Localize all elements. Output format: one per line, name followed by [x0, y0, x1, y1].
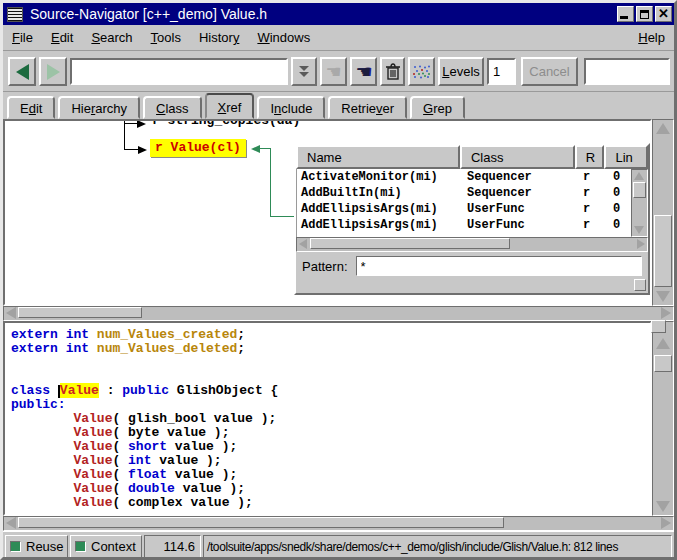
graph-vscrollbar[interactable]	[652, 119, 674, 306]
scroll-down-icon[interactable]	[634, 226, 644, 234]
xref-table-hscrollbar[interactable]	[296, 237, 648, 252]
symbol-dropdown-button[interactable]	[291, 57, 317, 86]
reuse-label: Reuse	[26, 539, 64, 554]
minimize-button[interactable]	[617, 6, 634, 22]
menu-search[interactable]: Search	[82, 27, 141, 48]
xref-graph-pane[interactable]: r string_copies(da) r Value(cl) NameClas…	[3, 119, 652, 306]
symbol-combo-field[interactable]	[70, 58, 288, 85]
levels-button-label: Levels	[442, 64, 480, 79]
pane-sash-handle[interactable]	[651, 320, 666, 333]
graph-edge-line	[124, 149, 138, 150]
xref-table-row[interactable]: AddEllipsisArgs(mi)UserFuncr0	[297, 217, 648, 233]
levels-button[interactable]: Levels	[438, 57, 484, 86]
scroll-right-icon[interactable]	[661, 517, 671, 529]
xref-cell: r	[579, 169, 609, 185]
tab-retriever[interactable]: Retriever	[328, 96, 407, 119]
code-line	[11, 356, 650, 370]
xref-table-row[interactable]: AddEllipsisArgs(mi)UserFuncr0	[297, 201, 648, 217]
code-line: class Value : public GlishObject {	[11, 384, 650, 398]
goto-symbol-disabled-button[interactable]: ☚	[320, 57, 347, 86]
tab-edit[interactable]: Edit	[7, 96, 55, 119]
tab-xref[interactable]: Xref	[205, 93, 255, 119]
scrollbar-thumb[interactable]	[633, 182, 646, 198]
column-header-class[interactable]: Class	[460, 145, 575, 169]
scroll-up-icon[interactable]	[634, 172, 644, 180]
tab-include[interactable]: Include	[257, 96, 325, 119]
graph-hscrollbar[interactable]	[3, 306, 674, 321]
delete-button[interactable]	[380, 57, 405, 86]
column-header-lin[interactable]: Lin	[604, 145, 648, 169]
pattern-field[interactable]	[356, 256, 642, 276]
pattern-input[interactable]	[357, 257, 641, 275]
menu-windows[interactable]: Windows	[248, 27, 319, 48]
maximize-button[interactable]	[636, 6, 653, 22]
context-checkbox-indicator[interactable]	[75, 541, 86, 552]
column-header-name[interactable]: Name	[296, 145, 460, 169]
menu-edit[interactable]: Edit	[42, 27, 82, 48]
levels-input[interactable]	[489, 60, 514, 83]
scrollbar-thumb[interactable]	[18, 517, 504, 528]
tab-hierarchy[interactable]: Hierarchy	[58, 96, 140, 119]
context-checkbox[interactable]: Context	[70, 535, 142, 558]
editor-vscrollbar[interactable]	[652, 321, 674, 516]
history-forward-button[interactable]	[39, 57, 67, 86]
scroll-left-icon[interactable]	[6, 307, 16, 319]
xref-cell: Sequencer	[463, 169, 579, 185]
titlebar[interactable]: Source-Navigator [c++_demo] Value.h ✕	[3, 3, 674, 25]
scrollbar-thumb[interactable]	[18, 307, 142, 318]
graph-arrowhead-icon	[138, 146, 147, 154]
levels-field[interactable]	[487, 58, 516, 85]
xref-table-vscrollbar[interactable]	[631, 169, 648, 237]
scroll-right-icon[interactable]	[637, 239, 645, 249]
history-back-button[interactable]	[8, 57, 36, 86]
goto-symbol-button[interactable]: ☚	[350, 57, 377, 86]
xref-cell: r	[579, 217, 609, 233]
xref-table-rows: ActivateMonitor(mi)Sequencerr0AddBuiltIn…	[296, 169, 648, 237]
xref-table-row[interactable]: ActivateMonitor(mi)Sequencerr0	[297, 169, 648, 185]
dotted-pattern-icon	[413, 65, 431, 79]
cancel-button[interactable]: Cancel	[521, 57, 578, 86]
column-header-r[interactable]: R	[575, 145, 605, 169]
xref-list-panel: NameClassRLin ActivateMonitor(mi)Sequenc…	[294, 143, 650, 295]
scroll-down-icon[interactable]	[656, 291, 670, 302]
code-line: Value( glish_bool value );	[11, 412, 650, 426]
symbol-combo-input[interactable]	[72, 60, 286, 83]
system-menu-icon[interactable]	[7, 7, 23, 22]
menu-history[interactable]: History	[190, 27, 248, 48]
code-line: public:	[11, 398, 650, 412]
xref-cell: r	[579, 185, 609, 201]
reuse-checkbox[interactable]: Reuse	[5, 535, 68, 558]
scroll-left-icon[interactable]	[6, 517, 16, 529]
graph-node-selected[interactable]: r Value(cl)	[150, 139, 246, 157]
status-entry-field[interactable]	[584, 58, 670, 85]
xref-cell: r	[579, 201, 609, 217]
scroll-right-icon[interactable]	[661, 307, 671, 319]
status-entry-input[interactable]	[586, 60, 668, 83]
code-editor[interactable]: extern int num_Values_created;extern int…	[3, 321, 652, 516]
code-line: extern int num_Values_created;	[11, 328, 650, 342]
scroll-up-icon[interactable]	[656, 123, 670, 134]
resize-grip[interactable]	[634, 279, 646, 291]
retriever-pattern-button[interactable]	[408, 57, 435, 86]
reuse-checkbox-indicator[interactable]	[10, 541, 21, 552]
code-line: Value( int value );	[11, 454, 650, 468]
scroll-left-icon[interactable]	[299, 239, 307, 249]
xref-table-row[interactable]: AddBuiltIn(mi)Sequencerr0	[297, 185, 648, 201]
menu-tools[interactable]: Tools	[142, 27, 190, 48]
menu-help[interactable]: Help	[629, 27, 674, 48]
xref-cell: ActivateMonitor(mi)	[297, 169, 463, 185]
graph-node-clipped[interactable]: r string_copies(da)	[152, 119, 300, 128]
xref-cell: Sequencer	[463, 185, 579, 201]
scrollbar-thumb[interactable]	[654, 355, 672, 372]
menu-file[interactable]: File	[3, 27, 42, 48]
scrollbar-thumb[interactable]	[310, 238, 510, 249]
tab-class[interactable]: Class	[143, 96, 202, 119]
editor-hscrollbar[interactable]	[3, 516, 674, 531]
tab-grep[interactable]: Grep	[410, 96, 465, 119]
scroll-down-icon[interactable]	[656, 501, 670, 512]
context-label: Context	[91, 539, 136, 554]
close-button[interactable]: ✕	[655, 6, 672, 22]
xref-cell: UserFunc	[463, 217, 579, 233]
scrollbar-thumb[interactable]	[654, 215, 672, 287]
scroll-up-icon[interactable]	[656, 338, 670, 349]
